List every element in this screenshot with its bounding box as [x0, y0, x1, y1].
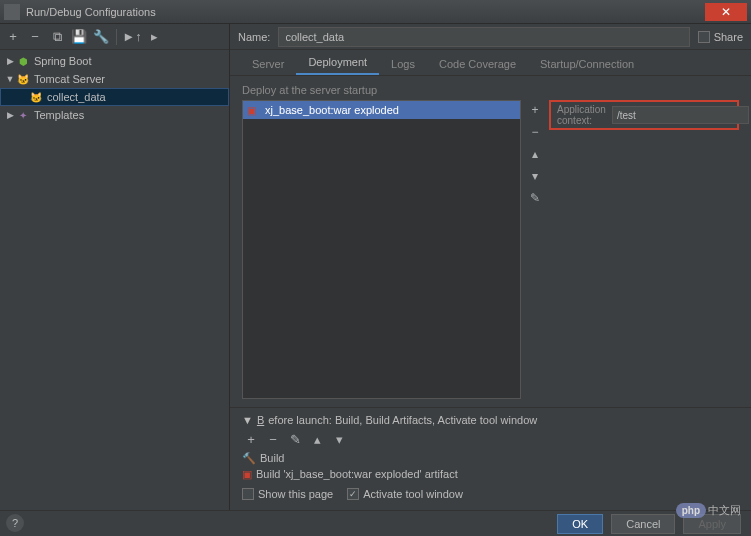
collapse-icon: ▼	[242, 414, 253, 426]
bl-item-label: Build	[260, 452, 284, 464]
spring-boot-icon: ⬢	[16, 54, 30, 68]
artifact-list[interactable]: ▣ xj_base_boot:war exploded	[242, 100, 521, 399]
bl-edit-button[interactable]: ✎	[286, 430, 304, 448]
share-checkbox[interactable]: Share	[698, 31, 743, 43]
tree-label: Spring Boot	[34, 55, 91, 67]
tree-item-templates[interactable]: ▶ ✦ Templates	[0, 106, 229, 124]
bl-down-button[interactable]: ▾	[330, 430, 348, 448]
artifact-item[interactable]: ▣ xj_base_boot:war exploded	[243, 101, 520, 119]
artifact-icon: ▣	[242, 468, 252, 481]
php-badge: php	[676, 503, 706, 518]
watermark: php 中文网	[676, 503, 741, 518]
application-context-box: Application context: ▼	[549, 100, 739, 130]
move-artifact-up-button[interactable]: ▴	[527, 146, 543, 162]
tree-label: Templates	[34, 109, 84, 121]
sidebar: + − ⧉ 💾 🔧 ►↑ ▸ ▶ ⬢ Spring Boot ▼ 🐱 Tomca…	[0, 24, 230, 510]
copy-config-button[interactable]: ⧉	[48, 28, 66, 46]
move-up-button[interactable]: ►↑	[123, 28, 141, 46]
bl-item-label: Build 'xj_base_boot:war exploded' artifa…	[256, 468, 458, 480]
watermark-text: 中文网	[708, 503, 741, 518]
add-artifact-button[interactable]: +	[527, 102, 543, 118]
bl-add-button[interactable]: +	[242, 430, 260, 448]
share-label: Share	[714, 31, 743, 43]
tab-deployment[interactable]: Deployment	[296, 51, 379, 75]
window-title: Run/Debug Configurations	[26, 6, 705, 18]
checkbox-icon: ✓	[347, 488, 359, 500]
before-launch-checks: Show this page ✓ Activate tool window	[242, 488, 739, 500]
tab-startup-connection[interactable]: Startup/Connection	[528, 53, 646, 75]
artifact-icon: ▣	[247, 105, 261, 116]
before-launch-header[interactable]: ▼ Before launch: Build, Build Artifacts,…	[242, 414, 739, 426]
deployment-panel: Deploy at the server startup ▣ xj_base_b…	[230, 76, 751, 407]
activate-label: Activate tool window	[363, 488, 463, 500]
expand-icon[interactable]: ▶	[4, 110, 16, 120]
edit-templates-button[interactable]: 🔧	[92, 28, 110, 46]
content-panel: Name: Share Server Deployment Logs Code …	[230, 24, 751, 510]
context-input[interactable]	[612, 106, 749, 124]
cancel-button[interactable]: Cancel	[611, 514, 675, 534]
ok-button[interactable]: OK	[557, 514, 603, 534]
deploy-section-label: Deploy at the server startup	[242, 84, 739, 96]
sidebar-toolbar: + − ⧉ 💾 🔧 ►↑ ▸	[0, 24, 229, 50]
edit-artifact-button[interactable]: ✎	[527, 190, 543, 206]
close-button[interactable]: ✕	[705, 3, 747, 21]
help-button[interactable]: ?	[6, 514, 24, 532]
name-label: Name:	[238, 31, 270, 43]
separator	[116, 29, 117, 45]
bl-item-build[interactable]: 🔨 Build	[242, 450, 739, 466]
tree-item-spring-boot[interactable]: ▶ ⬢ Spring Boot	[0, 52, 229, 70]
show-page-checkbox[interactable]: Show this page	[242, 488, 333, 500]
titlebar: Run/Debug Configurations ✕	[0, 0, 751, 24]
remove-config-button[interactable]: −	[26, 28, 44, 46]
dialog-footer: OK Cancel Apply	[0, 510, 751, 536]
artifact-label: xj_base_boot:war exploded	[265, 104, 399, 116]
before-launch-panel: ▼ Before launch: Build, Build Artifacts,…	[230, 407, 751, 510]
before-launch-toolbar: + − ✎ ▴ ▾	[242, 430, 739, 448]
tabs: Server Deployment Logs Code Coverage Sta…	[230, 50, 751, 76]
before-launch-title: efore launch: Build, Build Artifacts, Ac…	[268, 414, 537, 426]
name-row: Name: Share	[230, 24, 751, 50]
tree-item-tomcat[interactable]: ▼ 🐱 Tomcat Server	[0, 70, 229, 88]
checkbox-icon	[698, 31, 710, 43]
app-icon	[4, 4, 20, 20]
hammer-icon: 🔨	[242, 452, 256, 465]
name-input[interactable]	[278, 27, 689, 47]
move-artifact-down-button[interactable]: ▾	[527, 168, 543, 184]
config-tree: ▶ ⬢ Spring Boot ▼ 🐱 Tomcat Server 🐱 coll…	[0, 50, 229, 126]
before-launch-title-first: B	[257, 414, 264, 426]
expand-icon[interactable]: ▶	[4, 56, 16, 66]
bl-up-button[interactable]: ▴	[308, 430, 326, 448]
tomcat-icon: 🐱	[16, 72, 30, 86]
save-config-button[interactable]: 💾	[70, 28, 88, 46]
tree-label: Tomcat Server	[34, 73, 105, 85]
tab-logs[interactable]: Logs	[379, 53, 427, 75]
before-launch-list: 🔨 Build ▣ Build 'xj_base_boot:war explod…	[242, 450, 739, 482]
tree-item-collect-data[interactable]: 🐱 collect_data	[0, 88, 229, 106]
tab-server[interactable]: Server	[240, 53, 296, 75]
folder-button[interactable]: ▸	[145, 28, 163, 46]
add-config-button[interactable]: +	[4, 28, 22, 46]
template-icon: ✦	[16, 108, 30, 122]
collapse-icon[interactable]: ▼	[4, 74, 16, 84]
tree-label: collect_data	[47, 91, 106, 103]
tab-code-coverage[interactable]: Code Coverage	[427, 53, 528, 75]
bl-item-artifact[interactable]: ▣ Build 'xj_base_boot:war exploded' arti…	[242, 466, 739, 482]
bl-remove-button[interactable]: −	[264, 430, 282, 448]
activate-tool-checkbox[interactable]: ✓ Activate tool window	[347, 488, 463, 500]
remove-artifact-button[interactable]: −	[527, 124, 543, 140]
show-page-label: Show this page	[258, 488, 333, 500]
artifact-buttons: + − ▴ ▾ ✎	[527, 100, 543, 399]
context-label: Application context:	[557, 104, 606, 126]
tomcat-icon: 🐱	[29, 90, 43, 104]
checkbox-icon	[242, 488, 254, 500]
